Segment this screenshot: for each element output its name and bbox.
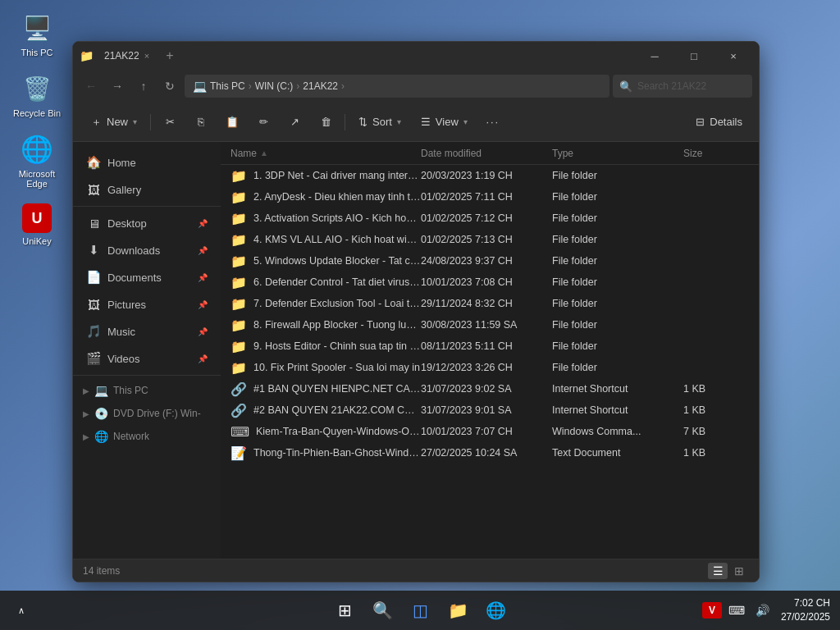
chevron-up-button[interactable]: ∧ <box>10 599 33 622</box>
edge-taskbar-button[interactable]: 🌐 <box>479 594 512 627</box>
delete-icon: 🗑 <box>321 116 331 128</box>
back-button[interactable]: ← <box>80 75 103 98</box>
breadcrumb-sep2: › <box>296 80 299 92</box>
taskbar-left: ∧ <box>10 599 33 622</box>
edge-icon: 🌐 <box>21 133 53 166</box>
minimize-button[interactable]: ─ <box>636 42 673 70</box>
file-list-header: Name ▲ Date modified Type Size <box>221 142 759 165</box>
breadcrumb-winc: WIN (C:) <box>255 80 294 92</box>
search-box[interactable]: 🔍 Search 21AK22 <box>613 75 752 98</box>
tray-keyboard[interactable]: ⌨ <box>725 599 748 622</box>
system-clock[interactable]: 7:02 CH 27/02/2025 <box>781 596 830 624</box>
table-row[interactable]: 🔗#1 BAN QUYEN HIENPC.NET CAM ON 31/07/20… <box>221 378 759 399</box>
breadcrumb-thispc: This PC <box>210 80 245 92</box>
paste-button[interactable]: 📋 <box>218 108 246 136</box>
sidebar-item-gallery[interactable]: 🖼 Gallery <box>76 176 217 203</box>
explorer-tab[interactable]: 21AK22 × <box>96 47 158 65</box>
maximize-button[interactable]: □ <box>675 42 713 70</box>
table-row[interactable]: 📁10. Fix Print Spooler - Sua loi may in … <box>221 357 759 378</box>
search-button[interactable]: 🔍 <box>366 594 399 627</box>
sidebar-item-downloads[interactable]: ⬇ Downloads 📌 <box>76 237 217 263</box>
forward-button[interactable]: → <box>106 75 129 98</box>
this-pc-label: This PC <box>21 48 52 57</box>
sidebar-item-home[interactable]: 🏠 Home <box>76 149 217 176</box>
desktop-icon-recycle-bin[interactable]: 🗑️ Recycle Bin <box>8 69 66 121</box>
table-row[interactable]: 📁7. Defender Exclusion Tool - Loai tru k… <box>221 293 759 314</box>
grid-view-button[interactable]: ⊞ <box>729 563 749 579</box>
view-chevron-icon: ▾ <box>463 117 468 126</box>
gallery-icon: 🖼 <box>86 183 101 197</box>
widgets-button[interactable]: ◫ <box>404 594 436 627</box>
view-toggle-buttons: ☰ ⊞ <box>708 563 749 579</box>
close-button[interactable]: × <box>714 42 752 70</box>
sidebar-item-documents[interactable]: 📄 Documents 📌 <box>76 264 217 290</box>
delete-button[interactable]: 🗑 <box>312 108 340 136</box>
col-type[interactable]: Type <box>552 148 683 159</box>
breadcrumb[interactable]: 💻 This PC › WIN (C:) › 21AK22 › <box>185 75 609 98</box>
rename-button[interactable]: ✏ <box>249 108 277 136</box>
breadcrumb-folder: 21AK22 <box>303 80 338 92</box>
table-row[interactable]: 📁2. AnyDesk - Dieu khien may tinh tu xa … <box>221 186 759 208</box>
up-button[interactable]: ↑ <box>132 75 155 98</box>
start-button[interactable]: ⊞ <box>328 594 361 627</box>
table-row[interactable]: 📁4. KMS VL ALL AIO - Kich hoat win offic… <box>221 229 759 250</box>
list-view-button[interactable]: ☰ <box>708 563 728 579</box>
table-row[interactable]: 📁5. Windows Update Blocker - Tat cap nha… <box>221 250 759 272</box>
breadcrumb-pc-icon: 💻 <box>193 80 207 93</box>
folder-icon: 📁 <box>231 189 247 205</box>
sidebar-videos-label: Videos <box>107 353 140 365</box>
sidebar-divider-1 <box>73 206 221 207</box>
table-row[interactable]: 📁1. 3DP Net - Cai driver mang internet 2… <box>221 165 759 186</box>
copy-button[interactable]: ⎘ <box>187 108 215 136</box>
pin-icon-2: 📌 <box>198 246 208 255</box>
details-button[interactable]: ⊟ Details <box>689 108 749 136</box>
sidebar-item-music[interactable]: 🎵 Music 📌 <box>76 318 217 345</box>
file-list[interactable]: Name ▲ Date modified Type Size 📁1. 3DP N… <box>221 142 759 559</box>
sidebar-home-label: Home <box>107 157 136 169</box>
view-button[interactable]: ☰ View ▾ <box>413 108 476 136</box>
new-button[interactable]: ＋ New ▾ <box>83 108 145 136</box>
table-row[interactable]: 📁3. Activation Scripts AIO - Kich hoat w… <box>221 208 759 229</box>
sidebar-group-dvd[interactable]: ▶ 💿 DVD Drive (F:) Win- <box>73 402 221 425</box>
status-bar: 14 items ☰ ⊞ <box>73 559 759 582</box>
cut-button[interactable]: ✂ <box>156 108 184 136</box>
col-date[interactable]: Date modified <box>421 148 552 159</box>
table-row[interactable]: 📁8. Firewall App Blocker - Tuong lua cha… <box>221 314 759 336</box>
new-tab-button[interactable]: + <box>161 48 178 63</box>
refresh-button[interactable]: ↻ <box>158 75 181 98</box>
sidebar-group-this-pc[interactable]: ▶ 💻 This PC <box>73 379 221 402</box>
sidebar-group-network[interactable]: ▶ 🌐 Network <box>73 425 221 448</box>
table-row[interactable]: 📝Thong-Tin-Phien-Ban-Ghost-Windows.txt 2… <box>221 442 759 463</box>
col-name[interactable]: Name ▲ <box>231 148 421 159</box>
sidebar-item-pictures[interactable]: 🖼 Pictures 📌 <box>76 291 217 317</box>
sidebar-item-desktop[interactable]: 🖥 Desktop 📌 <box>76 210 217 236</box>
breadcrumb-sep3: › <box>341 80 345 92</box>
sidebar-item-videos[interactable]: 🎬 Videos 📌 <box>76 345 217 372</box>
desktop-icon-unikey[interactable]: U UniKey <box>8 200 66 249</box>
sidebar-documents-label: Documents <box>107 272 162 284</box>
tray-unikey[interactable]: V <box>702 602 722 619</box>
explorer-taskbar-button[interactable]: 📁 <box>441 594 474 627</box>
tab-close-button[interactable]: × <box>144 51 149 61</box>
tray-volume[interactable]: 🔊 <box>751 599 774 622</box>
expand-this-pc-icon: ▶ <box>83 386 89 395</box>
details-icon: ⊟ <box>696 116 705 128</box>
table-row[interactable]: 🔗#2 BAN QUYEN 21AK22.COM CAM ON 31/07/20… <box>221 399 759 421</box>
search-icon: 🔍 <box>619 80 632 93</box>
sort-icon: ⇅ <box>358 116 368 128</box>
folder-icon: 📁 <box>231 360 247 376</box>
share-button[interactable]: ↗ <box>281 108 308 136</box>
col-size[interactable]: Size <box>683 148 749 159</box>
table-row[interactable]: 📁6. Defender Control - Tat diet virus wi… <box>221 272 759 293</box>
sidebar-gallery-label: Gallery <box>107 184 141 196</box>
taskbar: ∧ ⊞ 🔍 ◫ 📁 🌐 V ⌨ 🔊 7:02 CH 27/02/2025 <box>0 591 840 630</box>
desktop-icon-edge[interactable]: 🌐 Microsoft Edge <box>8 130 66 192</box>
sort-button[interactable]: ⇅ Sort ▾ <box>350 108 409 136</box>
explorer-taskbar-icon: 📁 <box>448 600 468 620</box>
more-button[interactable]: ··· <box>479 108 507 136</box>
table-row[interactable]: 📁9. Hosts Editor - Chinh sua tap tin hos… <box>221 336 759 357</box>
desktop-icon-this-pc[interactable]: 🖥️ This PC <box>8 8 66 61</box>
sidebar-pictures-label: Pictures <box>107 299 146 311</box>
copy-icon: ⎘ <box>198 116 204 128</box>
table-row[interactable]: ⌨Kiem-Tra-Ban-Quyen-Windows-Office-21AK2… <box>221 421 759 442</box>
